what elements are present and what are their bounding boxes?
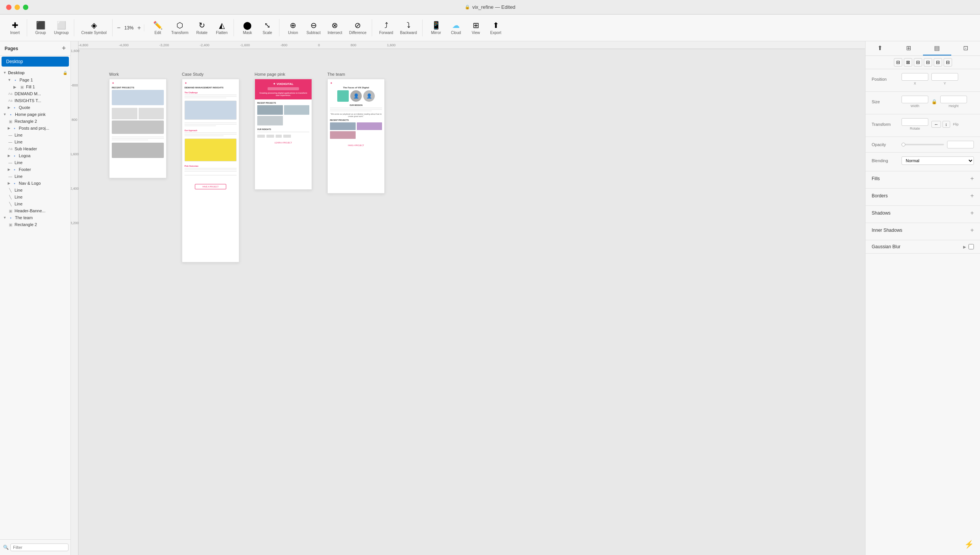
gaussian-controls: ▶ (963, 244, 974, 249)
layer-item-quote[interactable]: ▶ ▪ Quote (0, 104, 70, 111)
flatten-button[interactable]: ◭ Flatten (212, 19, 231, 36)
layer-label: Sub Header (15, 146, 37, 151)
mirror-button[interactable]: 📱 Mirror (426, 19, 446, 36)
maximize-button[interactable] (23, 5, 28, 10)
edit-button[interactable]: ✏️ Edit (148, 19, 167, 36)
lock-size-icon[interactable]: 🔒 (931, 99, 937, 104)
layer-item-navlogo[interactable]: ▶ ▪ Nav & Logo (0, 180, 70, 187)
y-input[interactable] (931, 73, 958, 81)
layer-item-line1[interactable]: — Line (0, 132, 70, 138)
layer-item-homepage[interactable]: ▼ ▪ Home page pink (0, 111, 70, 118)
layer-item-demand[interactable]: Aa DEMAND M... (0, 90, 70, 97)
layer-item-line3[interactable]: — Line (0, 159, 70, 166)
layer-item-logoa[interactable]: ▶ ▪ Logoa (0, 152, 70, 159)
flip-h-button[interactable]: ↔ (931, 121, 941, 128)
align-bottom-button[interactable]: ⊟ (944, 58, 952, 67)
layer-item-headerbanner[interactable]: ▣ Header-Banne... (0, 207, 70, 214)
align-middle-button[interactable]: ⊟ (934, 58, 942, 67)
layer-item-line2[interactable]: — Line (0, 138, 70, 145)
text-icon: Aa (8, 99, 13, 103)
align-center-button[interactable]: ⊠ (904, 58, 912, 67)
scale-button[interactable]: ⤡ Scale (258, 19, 277, 36)
layer-item-footer[interactable]: ▶ ▪ Footer (0, 166, 70, 173)
zoom-in-button[interactable]: + (137, 24, 141, 31)
align-top-button[interactable]: ⊟ (924, 58, 932, 67)
artboard-container: Work ✦ RECENT PROJECTS (109, 72, 385, 262)
tab-grid[interactable]: ⊞ (894, 41, 923, 55)
align-right-button[interactable]: ⊟ (914, 58, 922, 67)
artboard-frame-work[interactable]: ✦ RECENT PROJECTS (109, 79, 167, 178)
height-field: Height (940, 96, 967, 108)
insert-button[interactable]: ✚ Insert (5, 19, 24, 36)
intersect-button[interactable]: ⊗ Intersect (325, 19, 345, 36)
window-controls[interactable] (0, 5, 28, 10)
artboard-frame-casestudy[interactable]: ✦ DEMAND MANAGEMENT INSIGHTS The Challen… (182, 79, 239, 262)
rotate-input[interactable] (902, 118, 928, 126)
add-shadow-button[interactable]: + (970, 210, 974, 216)
create-symbol-button[interactable]: ◈ Create Symbol (78, 19, 109, 36)
layer-item-fill1[interactable]: ▶ ▣ Fill 1 (0, 83, 70, 90)
artboard-homepagepink[interactable]: Home page pink ✦ VIXDIGITAL Creating pio… (255, 72, 312, 190)
minimize-button[interactable] (15, 5, 20, 10)
layer-item-line6[interactable]: ╲ Line (0, 194, 70, 200)
layer-item-page1[interactable]: ▼ ▪ Page 1 (0, 76, 70, 83)
team-quote: "We wrote our playbook as an initiative … (330, 113, 382, 117)
opacity-input[interactable] (947, 141, 974, 148)
y-label: Y (944, 81, 946, 85)
add-border-button[interactable]: + (970, 192, 974, 199)
forward-button[interactable]: ⤴ Forward (376, 20, 396, 36)
layer-item-line7[interactable]: ╲ Line (0, 200, 70, 207)
group-button[interactable]: ⬛ Group (31, 19, 50, 36)
artboard-theteam[interactable]: The team ✦ The Faces of VIX Digital 👤 👤 (327, 72, 385, 194)
close-button[interactable] (6, 5, 11, 10)
canvas-area[interactable]: -4,800 -4,000 -3,200 -2,400 -1,600 -800 … (71, 41, 865, 555)
line-icon: ╲ (8, 195, 13, 199)
layer-item-insights[interactable]: Aa INSIGHTS T... (0, 97, 70, 104)
artboard-casestudy[interactable]: Case Study ✦ DEMAND MANAGEMENT INSIGHTS … (182, 72, 239, 262)
add-page-button[interactable]: + (62, 44, 66, 52)
tab-upload[interactable]: ⬆ (866, 41, 894, 55)
layer-item-subheader[interactable]: Aa Sub Header (0, 145, 70, 152)
add-inner-shadow-button[interactable]: + (970, 227, 974, 234)
blending-select[interactable]: Normal Multiply Screen Overlay (902, 156, 974, 165)
export-button[interactable]: ⬆ Export (486, 19, 505, 36)
zoom-control: − 13% + (114, 24, 145, 31)
layer-item-posts[interactable]: ▶ ▪ Posts and proj... (0, 125, 70, 132)
rotate-button[interactable]: ↻ Rotate (192, 19, 211, 36)
layer-item-rect2[interactable]: ▣ Rectangle 2 (0, 118, 70, 125)
folder-icon: ▪ (12, 181, 17, 186)
flip-v-button[interactable]: ↕ (942, 121, 950, 128)
add-fill-button[interactable]: + (970, 175, 974, 182)
artboard-work[interactable]: Work ✦ RECENT PROJECTS (109, 72, 167, 178)
width-input[interactable] (902, 96, 928, 103)
height-input[interactable] (940, 96, 967, 103)
layer-item-line4[interactable]: — Line (0, 173, 70, 180)
tab-inspect[interactable]: ⊡ (951, 41, 980, 55)
gaussian-blur-toggle[interactable] (969, 244, 974, 249)
layer-item-rect2b[interactable]: ▣ Rectangle 2 (0, 221, 70, 228)
subtract-button[interactable]: ⊖ Subtract (303, 19, 323, 36)
cloud-button[interactable]: ☁ Cloud (446, 19, 466, 36)
opacity-slider[interactable] (902, 144, 944, 145)
artboard-frame-theteam[interactable]: ✦ The Faces of VIX Digital 👤 👤 OUR MISSI… (327, 79, 385, 194)
width-field: Width (902, 96, 928, 108)
align-left-button[interactable]: ⊟ (894, 58, 902, 67)
difference-button[interactable]: ⊘ Difference (346, 19, 369, 36)
backward-button[interactable]: ⤵ Backward (397, 20, 420, 36)
union-button[interactable]: ⊕ Union (283, 19, 302, 36)
desktop-section[interactable]: ▼ Desktop 🔒 (0, 69, 70, 76)
ungroup-button[interactable]: ⬜ Ungroup (51, 19, 72, 36)
tab-align[interactable]: ▤ (923, 41, 952, 55)
x-input[interactable] (902, 73, 928, 81)
layer-item-theteam[interactable]: ▼ ▪ The team (0, 214, 70, 221)
view-button[interactable]: ⊞ View (466, 19, 485, 36)
artboard-frame-homepagepink[interactable]: ✦ VIXDIGITAL Creating pioneering digital… (255, 79, 312, 190)
layer-label: Logoa (19, 153, 31, 158)
mask-button[interactable]: ⬤ Mask (238, 19, 257, 36)
search-input[interactable] (10, 544, 69, 551)
transform-button[interactable]: ⬡ Transform (168, 19, 191, 36)
layer-item-line5[interactable]: ╲ Line (0, 187, 70, 194)
zoom-out-button[interactable]: − (117, 24, 121, 31)
ruler-horizontal: -4,800 -4,000 -3,200 -2,400 -1,600 -800 … (71, 41, 865, 49)
page-item-desktop[interactable]: Desktop (2, 57, 69, 67)
